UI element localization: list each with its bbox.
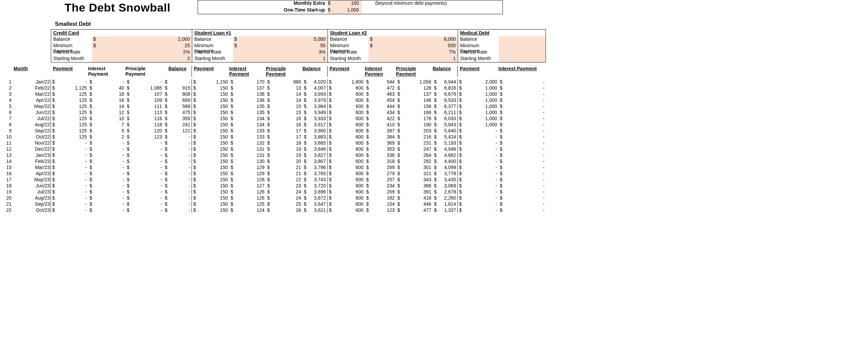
cell[interactable]: $- bbox=[498, 183, 546, 188]
cell[interactable]: $- bbox=[51, 165, 88, 170]
cell[interactable]: $135 bbox=[229, 110, 266, 115]
cell[interactable]: $- bbox=[458, 207, 498, 213]
cell[interactable]: $107 bbox=[125, 91, 163, 97]
cell[interactable]: $5,640 bbox=[433, 128, 458, 133]
cell[interactable]: $600 bbox=[328, 97, 365, 103]
cell[interactable]: $475 bbox=[163, 110, 192, 115]
cell[interactable]: $477 bbox=[396, 207, 433, 213]
cell[interactable]: $125 bbox=[51, 97, 88, 103]
cell[interactable]: $1,085 bbox=[125, 85, 163, 91]
cell[interactable]: $127 bbox=[229, 183, 266, 188]
cell[interactable]: $2,000 bbox=[458, 79, 498, 85]
cell[interactable]: $- bbox=[458, 128, 498, 133]
cell[interactable]: $- bbox=[125, 165, 163, 170]
cell[interactable]: $1,337 bbox=[433, 207, 458, 213]
cell[interactable]: $- bbox=[498, 165, 546, 170]
cell[interactable]: $- bbox=[498, 189, 546, 194]
cell[interactable]: $- bbox=[88, 165, 125, 170]
cell[interactable]: $131 bbox=[229, 152, 266, 158]
cell[interactable]: $19 bbox=[266, 146, 302, 152]
cell[interactable]: $4,007 bbox=[302, 85, 328, 91]
starting-month-value[interactable]: 2 bbox=[92, 56, 192, 62]
cell[interactable]: $26 bbox=[266, 207, 302, 213]
cell[interactable]: $472 bbox=[365, 85, 396, 91]
cell[interactable]: $3,069 bbox=[433, 183, 458, 188]
cell[interactable]: $15 bbox=[266, 110, 302, 115]
cell[interactable]: $120 bbox=[125, 128, 163, 133]
cell[interactable]: $154 bbox=[365, 201, 396, 207]
cell[interactable]: $3,979 bbox=[302, 97, 328, 103]
cell[interactable]: $- bbox=[498, 195, 546, 201]
cell[interactable]: $3,765 bbox=[302, 171, 328, 176]
cell[interactable]: $544 bbox=[365, 79, 396, 85]
cell[interactable]: $- bbox=[51, 207, 88, 213]
cell[interactable]: $241 bbox=[163, 122, 192, 127]
cell[interactable]: $391 bbox=[396, 189, 433, 194]
cell[interactable]: $5,843 bbox=[433, 122, 458, 127]
cell[interactable]: $25 bbox=[266, 201, 302, 207]
cell[interactable]: $- bbox=[125, 79, 163, 85]
cell[interactable]: $397 bbox=[365, 128, 396, 133]
cell[interactable]: $- bbox=[88, 201, 125, 207]
cell[interactable]: $343 bbox=[396, 177, 433, 182]
cell[interactable]: $18 bbox=[88, 91, 125, 97]
cell[interactable]: $- bbox=[51, 146, 88, 152]
cell[interactable]: $118 bbox=[125, 122, 163, 127]
cell[interactable]: $3,949 bbox=[302, 110, 328, 115]
cell[interactable]: $410 bbox=[365, 122, 396, 127]
cell[interactable]: $600 bbox=[328, 195, 365, 201]
cell[interactable]: $4,400 bbox=[433, 159, 458, 164]
cell[interactable]: $- bbox=[88, 140, 125, 146]
cell[interactable]: $170 bbox=[229, 79, 266, 85]
cell[interactable]: $182 bbox=[365, 195, 396, 201]
min-payment-value[interactable]: $25 bbox=[92, 43, 192, 49]
cell[interactable]: $133 bbox=[229, 128, 266, 133]
cell[interactable]: $- bbox=[125, 171, 163, 176]
cell[interactable]: $- bbox=[163, 140, 192, 146]
cell[interactable]: $- bbox=[51, 79, 88, 85]
cell[interactable]: $- bbox=[163, 146, 192, 152]
starting-month-value[interactable] bbox=[499, 56, 546, 62]
cell[interactable]: $- bbox=[458, 152, 498, 158]
cell[interactable]: $600 bbox=[328, 91, 365, 97]
cell[interactable]: $3,672 bbox=[302, 195, 328, 201]
cell[interactable]: $- bbox=[88, 189, 125, 194]
cell[interactable]: $21 bbox=[266, 165, 302, 170]
cell[interactable]: $- bbox=[125, 201, 163, 207]
cell[interactable]: $3,933 bbox=[302, 116, 328, 121]
cell[interactable]: $5 bbox=[88, 128, 125, 133]
cell[interactable]: $422 bbox=[365, 116, 396, 121]
cell[interactable]: $- bbox=[498, 91, 546, 97]
cell[interactable]: $3,786 bbox=[302, 165, 328, 170]
cell[interactable]: $4,682 bbox=[433, 152, 458, 158]
cell[interactable]: $- bbox=[163, 79, 192, 85]
cell[interactable]: $109 bbox=[125, 97, 163, 103]
cell[interactable]: $133 bbox=[229, 134, 266, 140]
cell[interactable]: $150 bbox=[192, 177, 229, 182]
cell[interactable]: $600 bbox=[328, 177, 365, 182]
cell[interactable]: $3,883 bbox=[302, 134, 328, 140]
cell[interactable]: $124 bbox=[229, 207, 266, 213]
cell[interactable]: $134 bbox=[229, 122, 266, 127]
cell[interactable]: $359 bbox=[163, 116, 192, 121]
cell[interactable]: $- bbox=[458, 146, 498, 152]
interest-rate-value[interactable]: 2% bbox=[92, 49, 192, 56]
cell[interactable]: $209 bbox=[365, 189, 396, 194]
cell[interactable]: $915 bbox=[163, 85, 192, 91]
cell[interactable]: $125 bbox=[51, 116, 88, 121]
cell[interactable]: $- bbox=[125, 177, 163, 182]
cell[interactable]: $- bbox=[88, 195, 125, 201]
cell[interactable]: $- bbox=[51, 195, 88, 201]
cell[interactable]: $150 bbox=[192, 116, 229, 121]
cell[interactable]: $318 bbox=[365, 159, 396, 164]
cell[interactable]: $132 bbox=[229, 140, 266, 146]
cell[interactable]: $454 bbox=[365, 97, 396, 103]
cell[interactable]: $3,900 bbox=[302, 128, 328, 133]
cell[interactable]: $123 bbox=[125, 134, 163, 140]
cell[interactable]: $150 bbox=[192, 159, 229, 164]
cell[interactable]: $1,000 bbox=[458, 122, 498, 127]
cell[interactable]: $- bbox=[88, 177, 125, 182]
cell[interactable]: $366 bbox=[396, 183, 433, 188]
cell[interactable]: $40 bbox=[88, 85, 125, 91]
cell[interactable]: $- bbox=[163, 171, 192, 176]
